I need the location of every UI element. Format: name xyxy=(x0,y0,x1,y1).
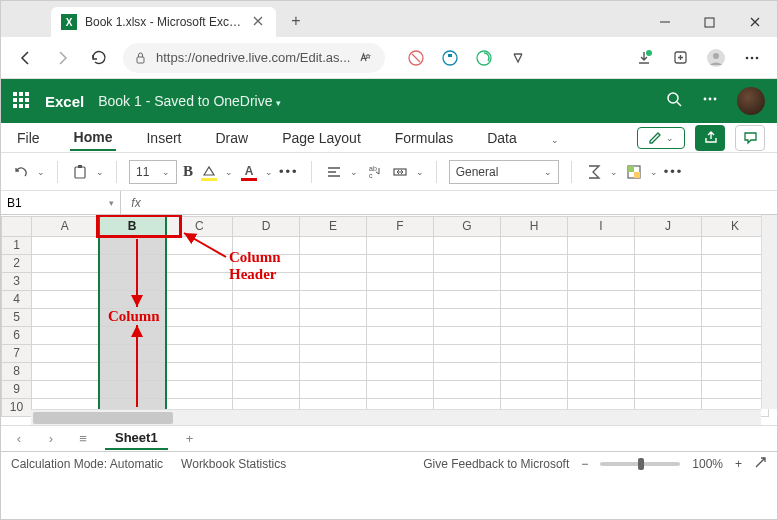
column-header-J[interactable]: J xyxy=(635,216,702,236)
browser-menu-button[interactable] xyxy=(735,41,769,75)
cell-I9[interactable] xyxy=(568,380,635,398)
cell-E6[interactable] xyxy=(300,326,367,344)
tab-file[interactable]: File xyxy=(13,126,44,150)
column-header-G[interactable]: G xyxy=(434,216,501,236)
fullscreen-button[interactable] xyxy=(754,456,767,472)
cell-A7[interactable] xyxy=(32,344,99,362)
font-size-combo[interactable]: 11⌄ xyxy=(129,160,177,184)
refresh-button[interactable] xyxy=(81,41,115,75)
cell-A1[interactable] xyxy=(32,236,99,254)
cell-B5[interactable] xyxy=(99,308,166,326)
cell-B1[interactable] xyxy=(99,236,166,254)
all-sheets-button[interactable]: ≡ xyxy=(73,429,93,449)
align-button[interactable] xyxy=(324,162,344,182)
autosum-button[interactable] xyxy=(584,162,604,182)
sheet-tab-sheet1[interactable]: Sheet1 xyxy=(105,427,168,450)
favorite-icon[interactable] xyxy=(358,50,374,66)
collections-button[interactable] xyxy=(663,41,697,75)
tab-more[interactable]: ⌄ xyxy=(547,126,563,150)
cell-A2[interactable] xyxy=(32,254,99,272)
cell-C1[interactable] xyxy=(166,236,233,254)
column-header-E[interactable]: E xyxy=(300,216,367,236)
cell-J5[interactable] xyxy=(635,308,702,326)
cell-F7[interactable] xyxy=(367,344,434,362)
share-button[interactable] xyxy=(695,125,725,151)
cell-D7[interactable] xyxy=(233,344,300,362)
cell-K5[interactable] xyxy=(702,308,769,326)
cell-K2[interactable] xyxy=(702,254,769,272)
app-launcher-icon[interactable] xyxy=(13,92,31,110)
cell-K8[interactable] xyxy=(702,362,769,380)
more-icon[interactable] xyxy=(701,90,719,112)
select-all-corner[interactable] xyxy=(2,216,32,236)
add-sheet-button[interactable]: + xyxy=(180,429,200,449)
address-bar[interactable]: https://onedrive.live.com/Edit.as... xyxy=(123,43,385,73)
maximize-button[interactable] xyxy=(687,7,732,37)
extension-icon-2[interactable] xyxy=(433,41,467,75)
editing-more-button[interactable]: ••• xyxy=(664,164,684,179)
extension-icon-3[interactable] xyxy=(467,41,501,75)
sheet-next-button[interactable]: › xyxy=(41,429,61,449)
row-header-8[interactable]: 8 xyxy=(2,362,32,380)
cell-C5[interactable] xyxy=(166,308,233,326)
cell-G7[interactable] xyxy=(434,344,501,362)
close-window-button[interactable] xyxy=(732,7,777,37)
minimize-button[interactable] xyxy=(642,7,687,37)
cell-A3[interactable] xyxy=(32,272,99,290)
cell-F8[interactable] xyxy=(367,362,434,380)
editing-mode-button[interactable]: ⌄ xyxy=(637,127,685,149)
cell-D5[interactable] xyxy=(233,308,300,326)
paste-dropdown[interactable]: ⌄ xyxy=(96,167,104,177)
row-header-10[interactable]: 10 xyxy=(2,398,32,416)
cell-J2[interactable] xyxy=(635,254,702,272)
cell-C7[interactable] xyxy=(166,344,233,362)
cell-I4[interactable] xyxy=(568,290,635,308)
search-icon[interactable] xyxy=(666,91,683,112)
cell-G2[interactable] xyxy=(434,254,501,272)
cell-G9[interactable] xyxy=(434,380,501,398)
cell-F2[interactable] xyxy=(367,254,434,272)
column-header-K[interactable]: K xyxy=(702,216,769,236)
cell-C6[interactable] xyxy=(166,326,233,344)
row-header-9[interactable]: 9 xyxy=(2,380,32,398)
cell-D4[interactable] xyxy=(233,290,300,308)
cell-E1[interactable] xyxy=(300,236,367,254)
row-header-7[interactable]: 7 xyxy=(2,344,32,362)
font-more-button[interactable]: ••• xyxy=(279,164,299,179)
cell-I1[interactable] xyxy=(568,236,635,254)
cell-C3[interactable] xyxy=(166,272,233,290)
cell-H2[interactable] xyxy=(501,254,568,272)
tab-formulas[interactable]: Formulas xyxy=(391,126,457,150)
cell-H1[interactable] xyxy=(501,236,568,254)
zoom-out-button[interactable]: − xyxy=(581,457,588,471)
merge-button[interactable] xyxy=(390,162,410,182)
column-header-D[interactable]: D xyxy=(233,216,300,236)
name-box[interactable]: B1▾ xyxy=(1,191,121,214)
cell-I7[interactable] xyxy=(568,344,635,362)
row-header-6[interactable]: 6 xyxy=(2,326,32,344)
zoom-in-button[interactable]: + xyxy=(735,457,742,471)
cell-K7[interactable] xyxy=(702,344,769,362)
downloads-button[interactable] xyxy=(627,41,661,75)
undo-dropdown[interactable]: ⌄ xyxy=(37,167,45,177)
cell-F6[interactable] xyxy=(367,326,434,344)
row-header-5[interactable]: 5 xyxy=(2,308,32,326)
cell-A9[interactable] xyxy=(32,380,99,398)
cell-J9[interactable] xyxy=(635,380,702,398)
cell-E2[interactable] xyxy=(300,254,367,272)
cell-E9[interactable] xyxy=(300,380,367,398)
conditional-format-button[interactable] xyxy=(624,162,644,182)
row-header-3[interactable]: 3 xyxy=(2,272,32,290)
cell-H9[interactable] xyxy=(501,380,568,398)
cell-H4[interactable] xyxy=(501,290,568,308)
cell-B7[interactable] xyxy=(99,344,166,362)
cell-E7[interactable] xyxy=(300,344,367,362)
column-header-A[interactable]: A xyxy=(32,216,99,236)
cell-A4[interactable] xyxy=(32,290,99,308)
status-calc-mode[interactable]: Calculation Mode: Automatic xyxy=(11,457,163,471)
cell-D9[interactable] xyxy=(233,380,300,398)
paste-button[interactable] xyxy=(70,162,90,182)
tab-page-layout[interactable]: Page Layout xyxy=(278,126,365,150)
sheet-prev-button[interactable]: ‹ xyxy=(9,429,29,449)
cell-I3[interactable] xyxy=(568,272,635,290)
